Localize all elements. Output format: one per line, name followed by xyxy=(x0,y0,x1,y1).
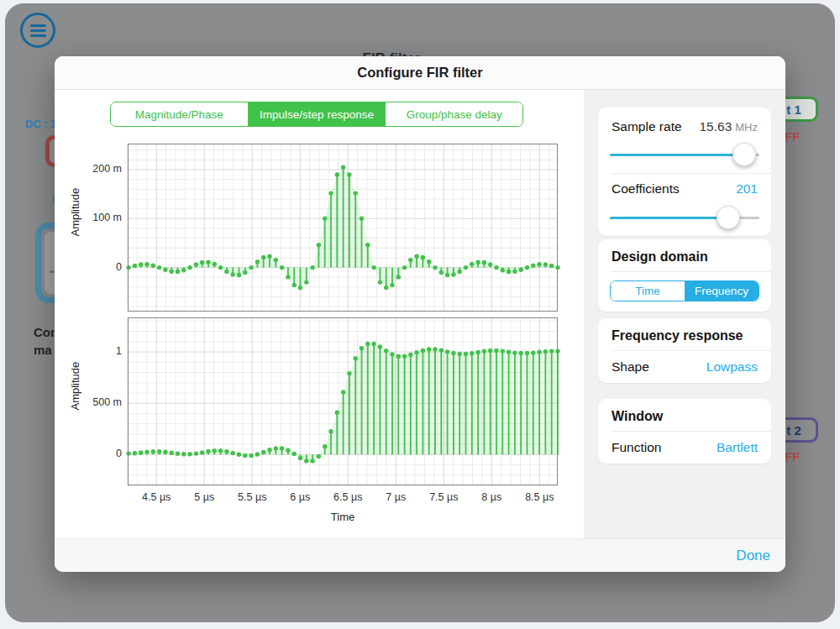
x-tick-label: 6 µs xyxy=(275,491,325,503)
sample-rate-value: 15.63 xyxy=(699,119,732,134)
design-domain-segmented-control: Time Frequency xyxy=(610,280,759,301)
design-domain-card: Design domain Time Frequency xyxy=(598,239,771,312)
time-axis-label: Time xyxy=(128,511,558,523)
tab-group-phase-delay[interactable]: Group/phase delay xyxy=(385,102,522,126)
frequency-response-card: Frequency response Shape Lowpass xyxy=(598,318,771,383)
configure-fir-filter-dialog: Configure FIR filter Magnitude/Phase Imp… xyxy=(55,56,785,572)
dialog-footer: Done xyxy=(55,538,785,572)
coefficients-value: 201 xyxy=(736,181,758,197)
frequency-response-title: Frequency response xyxy=(598,318,771,350)
hamburger-icon xyxy=(30,24,46,27)
x-tick-label: 4.5 µs xyxy=(131,491,181,503)
dialog-header: Configure FIR filter xyxy=(55,56,785,90)
sample-rate-slider-knob[interactable] xyxy=(732,143,756,166)
x-tick-label: 8 µs xyxy=(466,491,517,503)
coefficients-slider-knob[interactable] xyxy=(717,206,740,229)
function-value[interactable]: Bartlett xyxy=(717,440,758,455)
x-tick-label: 5 µs xyxy=(179,491,229,503)
sample-rate-slider[interactable] xyxy=(610,143,759,166)
x-tick-label: 5.5 µs xyxy=(227,491,277,503)
y-tick-label: 1 xyxy=(78,345,122,357)
y-tick-label: 100 m xyxy=(78,212,122,223)
coefficients-label: Coefficients xyxy=(612,181,680,197)
x-tick-label: 6.5 µs xyxy=(323,491,373,503)
shape-row[interactable]: Shape Lowpass xyxy=(598,351,771,383)
impulse-response-chart[interactable] xyxy=(128,144,558,312)
coefficients-slider[interactable] xyxy=(610,206,759,229)
output1-status: FF xyxy=(785,129,800,144)
dc-input-label: DC : 1 xyxy=(25,118,57,130)
sample-rate-label: Sample rate xyxy=(612,119,682,134)
x-tick-label: 7.5 µs xyxy=(418,491,469,503)
response-view-tabs: Magnitude/Phase Impulse/step response Gr… xyxy=(110,102,523,127)
x-tick-label: 8.5 µs xyxy=(514,491,564,503)
dialog-title: Configure FIR filter xyxy=(357,65,482,81)
sample-rate-unit: MHz xyxy=(735,121,758,134)
function-row[interactable]: Function Bartlett xyxy=(598,432,771,464)
output2-status: FF xyxy=(785,449,800,464)
shape-label: Shape xyxy=(612,359,649,375)
function-label: Function xyxy=(612,440,661,455)
sample-rate-row: Sample rate 15.63MHz xyxy=(598,107,771,141)
settings-panel: Sample rate 15.63MHz Coefficients 201 De… xyxy=(584,90,785,538)
window-card: Window Function Bartlett xyxy=(598,399,771,464)
y-tick-label: 0 xyxy=(78,448,122,459)
y-tick-label: 500 m xyxy=(78,396,122,408)
tab-impulse-step-response[interactable]: Impulse/step response xyxy=(248,102,386,126)
step-response-chart[interactable] xyxy=(128,317,558,485)
sampling-card: Sample rate 15.63MHz Coefficients 201 xyxy=(598,107,771,236)
design-domain-frequency-option[interactable]: Frequency xyxy=(685,281,759,301)
design-domain-time-option[interactable]: Time xyxy=(611,281,685,301)
y-tick-label: 0 xyxy=(78,261,122,273)
app-screen: FIR filter DC : 1 Con ma t 1 FF t 2 FF C… xyxy=(0,0,840,629)
main-menu-button[interactable] xyxy=(20,13,55,48)
done-button[interactable]: Done xyxy=(736,548,770,564)
shape-value[interactable]: Lowpass xyxy=(706,359,758,375)
tab-magnitude-phase[interactable]: Magnitude/Phase xyxy=(111,102,248,126)
y-tick-label: 200 m xyxy=(78,163,122,175)
x-tick-label: 7 µs xyxy=(370,491,421,503)
coefficients-row: Coefficients 201 xyxy=(598,174,771,204)
design-domain-title: Design domain xyxy=(598,239,771,271)
window-title: Window xyxy=(598,399,771,431)
